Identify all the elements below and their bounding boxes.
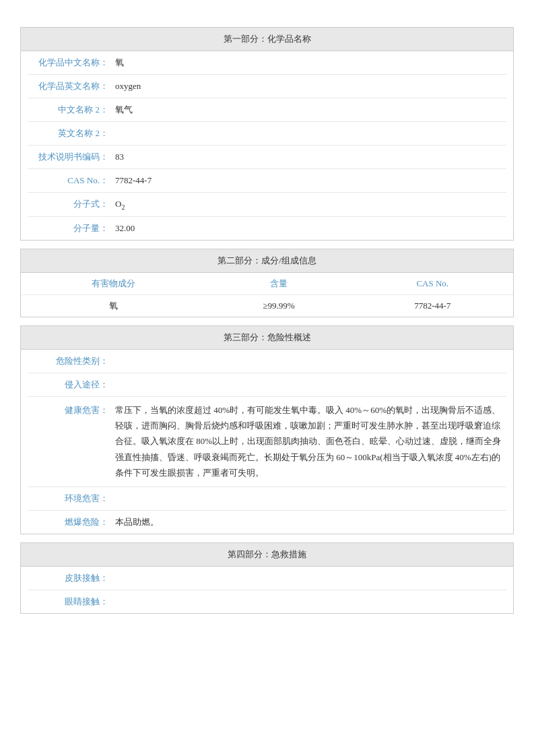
cell-component: 氧: [21, 294, 205, 317]
field-chinese-name2: 中文名称 2： 氧气: [28, 98, 506, 122]
label-chinese-name2: 中文名称 2：: [28, 104, 115, 116]
field-skin-contact: 皮肤接触：: [28, 567, 506, 590]
section-4-header: 第四部分：急救措施: [21, 543, 513, 567]
value-chinese-name2: 氧气: [115, 104, 506, 116]
value-cas-no: 7782-44-7: [115, 175, 506, 186]
col-header-cas: CAS No.: [352, 273, 513, 295]
label-eye-contact: 眼睛接触：: [28, 596, 115, 608]
section-4-fields: 皮肤接触： 眼睛接触：: [21, 567, 513, 613]
cell-content: ≥99.99%: [205, 294, 352, 317]
field-manual-code: 技术说明书编码： 83: [28, 146, 506, 169]
label-english-name2: 英文名称 2：: [28, 127, 115, 139]
field-chinese-name: 化学品中文名称： 氧: [28, 51, 506, 75]
value-english-name: oxygen: [115, 81, 506, 92]
value-health-hazard: 常压下，当氧的浓度超过 40%时，有可能发生氧中毒。吸入 40%～60%的氧时，…: [115, 402, 506, 481]
value-manual-code: 83: [115, 152, 506, 162]
label-env-hazard: 环境危害：: [28, 493, 115, 505]
label-fire-hazard: 燃爆危险：: [28, 516, 115, 528]
section-2: 第二部分：成分/组成信息 有害物成分 含量 CAS No. 氧 ≥99.99% …: [20, 249, 514, 317]
col-header-content: 含量: [205, 273, 352, 295]
section-3-header: 第三部分：危险性概述: [21, 326, 513, 350]
label-entry-route: 侵入途径：: [28, 379, 115, 391]
section-3-fields: 危险性类别： 侵入途径： 健康危害： 常压下，当氧的浓度超过 40%时，有可能发…: [21, 350, 513, 534]
field-molecular-weight: 分子量： 32.00: [28, 217, 506, 240]
value-chinese-name: 氧: [115, 57, 506, 69]
table-row: 氧 ≥99.99% 7782-44-7: [21, 294, 513, 317]
section-1: 第一部分：化学品名称 化学品中文名称： 氧 化学品英文名称： oxygen 中文…: [20, 27, 514, 241]
label-english-name: 化学品英文名称：: [28, 80, 115, 92]
label-hazard-category: 危险性类别：: [28, 355, 115, 367]
value-molecular-formula: O2: [115, 199, 506, 211]
section-2-header: 第二部分：成分/组成信息: [21, 249, 513, 273]
field-molecular-formula: 分子式： O2: [28, 193, 506, 217]
field-health-hazard: 健康危害： 常压下，当氧的浓度超过 40%时，有可能发生氧中毒。吸入 40%～6…: [28, 397, 506, 487]
cell-cas: 7782-44-7: [352, 294, 513, 317]
label-molecular-formula: 分子式：: [28, 198, 115, 210]
field-hazard-category: 危险性类别：: [28, 350, 506, 373]
label-molecular-weight: 分子量：: [28, 222, 115, 234]
hazardous-components-table: 有害物成分 含量 CAS No. 氧 ≥99.99% 7782-44-7: [21, 273, 513, 317]
field-fire-hazard: 燃爆危险： 本品助燃。: [28, 511, 506, 534]
value-fire-hazard: 本品助燃。: [115, 516, 506, 528]
field-cas-no: CAS No.： 7782-44-7: [28, 169, 506, 193]
field-english-name2: 英文名称 2：: [28, 122, 506, 146]
section-1-fields: 化学品中文名称： 氧 化学品英文名称： oxygen 中文名称 2： 氧气 英文…: [21, 51, 513, 240]
field-english-name: 化学品英文名称： oxygen: [28, 75, 506, 98]
page: 第一部分：化学品名称 化学品中文名称： 氧 化学品英文名称： oxygen 中文…: [0, 0, 534, 649]
field-env-hazard: 环境危害：: [28, 487, 506, 511]
section-4: 第四部分：急救措施 皮肤接触： 眼睛接触：: [20, 542, 514, 614]
label-skin-contact: 皮肤接触：: [28, 572, 115, 584]
field-eye-contact: 眼睛接触：: [28, 590, 506, 613]
label-manual-code: 技术说明书编码：: [28, 151, 115, 163]
section-1-header: 第一部分：化学品名称: [21, 28, 513, 51]
value-molecular-weight: 32.00: [115, 223, 506, 234]
label-chinese-name: 化学品中文名称：: [28, 57, 115, 69]
section-3: 第三部分：危险性概述 危险性类别： 侵入途径： 健康危害： 常压下，当氧的浓度超…: [20, 325, 514, 534]
label-health-hazard: 健康危害：: [28, 404, 115, 416]
col-header-component: 有害物成分: [21, 273, 205, 295]
label-cas-no: CAS No.：: [28, 175, 115, 187]
field-entry-route: 侵入途径：: [28, 373, 506, 397]
